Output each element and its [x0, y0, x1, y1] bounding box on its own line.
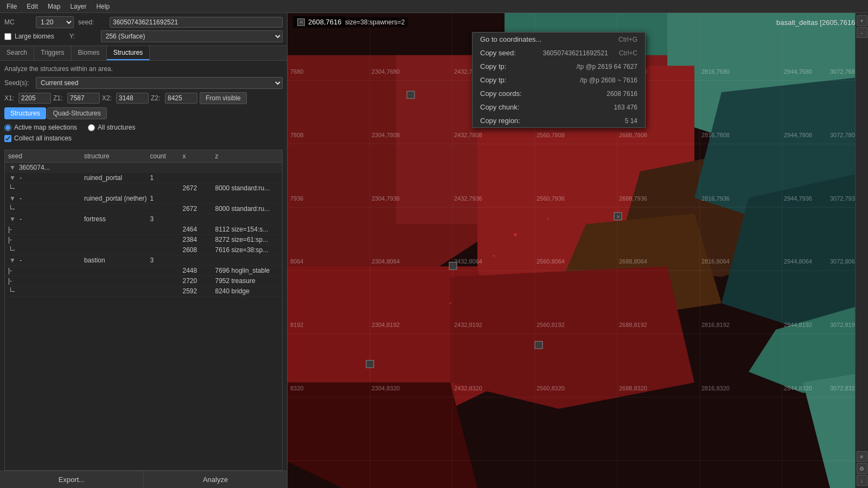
table-row[interactable]: |- 2448 7696 hoglin_stable — [5, 266, 282, 276]
sub-tab-structures[interactable]: Structures — [4, 107, 46, 119]
radio-all-input[interactable] — [88, 124, 95, 131]
menu-map[interactable]: Map — [43, 2, 65, 11]
ctx-goto-coords[interactable]: Go to coordinates... Ctrl+G — [473, 33, 645, 46]
z2-label: Z2: — [151, 94, 163, 102]
col-structure: structure — [83, 152, 149, 160]
svg-text:3072,7936: 3072,7936 — [830, 195, 858, 202]
main-layout: MC 1.20 1.19 1.18 seed: Large biomes Y: … — [0, 13, 868, 488]
svg-text:8064: 8064 — [290, 258, 303, 265]
svg-text:2432,8320: 2432,8320 — [454, 385, 482, 391]
menu-file[interactable]: File — [2, 2, 21, 11]
zoom-out-button[interactable]: - — [857, 27, 867, 38]
ctx-copy-region-label: Copy region: — [480, 117, 614, 125]
svg-text:2560,8320: 2560,8320 — [537, 385, 565, 391]
svg-text:3072,8320: 3072,8320 — [830, 385, 858, 391]
seed-label: seed: — [78, 18, 105, 26]
sub-tab-quad[interactable]: Quad-Structures — [47, 107, 107, 119]
biome-name-display: basalt_deltas [2605,7616] — [776, 18, 857, 27]
svg-text:2304,7936: 2304,7936 — [372, 195, 400, 202]
ctx-copy-coords[interactable]: Copy coords: 2608 7616 — [473, 87, 645, 100]
ctx-copy-seed[interactable]: Copy seed: 360507436211692521 Ctrl+C — [473, 46, 645, 60]
ctx-goto-label: Go to coordinates... — [480, 35, 608, 43]
table-row[interactable]: └- 2592 8240 bridge — [5, 286, 282, 297]
table-row[interactable]: ▼3605074... — [5, 163, 282, 173]
col-count: count — [149, 152, 182, 160]
table-row[interactable]: └- 2672 8000 standard:ru... — [5, 204, 282, 214]
svg-text:2560,8192: 2560,8192 — [537, 322, 565, 328]
svg-text:8192: 8192 — [290, 322, 303, 328]
table-row[interactable]: ▼ - bastion 3 — [5, 255, 282, 266]
ctx-copy-seed-shortcut: Ctrl+C — [619, 49, 637, 57]
size-tooltip: size=38:spawners=2 — [342, 17, 408, 27]
radio-all-structures[interactable]: All structures — [88, 124, 135, 131]
collect-all-checkbox[interactable] — [4, 135, 11, 142]
export-button[interactable]: Export... — [0, 471, 144, 488]
svg-point-87 — [514, 233, 517, 236]
layers-button[interactable]: ≡ — [857, 451, 867, 462]
svg-text:2816,8192: 2816,8192 — [701, 322, 730, 328]
menu-layer[interactable]: Layer — [66, 2, 91, 11]
x1-input[interactable] — [18, 93, 51, 104]
seed-input[interactable] — [110, 17, 283, 28]
sub-tabs: Structures Quad-Structures — [4, 107, 283, 119]
menu-edit[interactable]: Edit — [22, 2, 42, 11]
zoom-in-button[interactable]: + — [857, 15, 867, 26]
top-controls: MC 1.20 1.19 1.18 seed: Large biomes Y: … — [0, 13, 287, 46]
x2-input[interactable] — [116, 93, 149, 104]
svg-text:2560,7808: 2560,7808 — [537, 132, 565, 138]
tab-search[interactable]: Search — [0, 46, 34, 60]
ctx-copy-chunk[interactable]: Copy chunk: 163 476 — [473, 100, 645, 114]
tab-biomes[interactable]: Biomes — [72, 46, 107, 60]
svg-text:2816,7680: 2816,7680 — [701, 68, 730, 75]
download-button[interactable]: ↓ — [857, 475, 867, 486]
z2-input[interactable] — [165, 93, 197, 104]
svg-text:2304,8192: 2304,8192 — [372, 322, 400, 328]
svg-text:2944,7680: 2944,7680 — [784, 68, 812, 75]
mc-version-select[interactable]: 1.20 1.19 1.18 — [36, 16, 74, 28]
z1-label: Z1: — [53, 94, 65, 102]
radio-active-selections[interactable]: Active map selections — [4, 124, 77, 131]
svg-text:2560,7936: 2560,7936 — [537, 195, 565, 202]
ctx-copy-tp2-value: /tp @p 2608 ~ 7616 — [580, 76, 637, 84]
svg-marker-13 — [288, 382, 477, 488]
col-z: z — [214, 152, 280, 160]
svg-rect-83 — [407, 91, 414, 99]
svg-text:2304,8064: 2304,8064 — [372, 258, 400, 265]
menu-help[interactable]: Help — [92, 2, 114, 11]
svg-marker-12 — [450, 266, 694, 409]
map-area[interactable]: 7680 2304,7680 2432,7680 2560,76 2688,76… — [288, 13, 868, 488]
bottom-buttons: Export... Analyze — [0, 471, 287, 488]
table-row[interactable]: |- 2464 8112 size=154:s... — [5, 224, 282, 235]
svg-text:2688,8320: 2688,8320 — [619, 385, 647, 391]
tab-triggers[interactable]: Triggers — [34, 46, 72, 60]
radio-active-input[interactable] — [4, 124, 11, 131]
table-row[interactable]: |- 2720 7952 treasure — [5, 276, 282, 286]
table-row[interactable]: ▼ - ruined_portal (nether) 1 — [5, 194, 282, 204]
svg-text:3072,8064: 3072,8064 — [830, 258, 858, 265]
table-row[interactable]: └- 2608 7616 size=38:sp... — [5, 245, 282, 255]
ctx-copy-chunk-label: Copy chunk: — [480, 103, 603, 111]
svg-point-90 — [547, 218, 549, 220]
seeds-select[interactable]: Current seed — [36, 77, 283, 89]
svg-text:⚔: ⚔ — [616, 214, 620, 219]
from-visible-button[interactable]: From visible — [200, 92, 247, 104]
table-row[interactable]: ▼ - fortress 3 — [5, 214, 282, 224]
seed-expand: ▼3605074... — [7, 164, 83, 171]
svg-text:2432,7936: 2432,7936 — [454, 195, 482, 202]
settings-button[interactable]: ⚙ — [857, 463, 867, 474]
large-biomes-checkbox[interactable] — [4, 33, 11, 40]
tab-structures[interactable]: Structures — [107, 46, 150, 60]
table-row[interactable]: |- 2384 8272 size=61:sp... — [5, 235, 282, 245]
svg-rect-86 — [366, 360, 374, 368]
table-row[interactable]: ▼ - ruined_portal 1 — [5, 173, 282, 183]
collect-all-label: Collect all instances — [14, 134, 72, 142]
tree-table[interactable]: seed structure count x z ▼3605074... ▼ -… — [4, 150, 283, 471]
ctx-copy-tp2[interactable]: Copy tp: /tp @p 2608 ~ 7616 — [473, 73, 645, 87]
svg-text:2304,7808: 2304,7808 — [372, 132, 400, 138]
z1-input[interactable] — [67, 93, 100, 104]
table-row[interactable]: └- 2672 8000 standard:ru... — [5, 183, 282, 194]
ctx-copy-tp1[interactable]: Copy tp: /tp @p 2619 64 7627 — [473, 60, 645, 73]
ctx-copy-region[interactable]: Copy region: 5 14 — [473, 114, 645, 127]
y-select[interactable]: 256 (Surface) 64 — [101, 30, 283, 42]
analyze-button[interactable]: Analyze — [144, 471, 287, 488]
